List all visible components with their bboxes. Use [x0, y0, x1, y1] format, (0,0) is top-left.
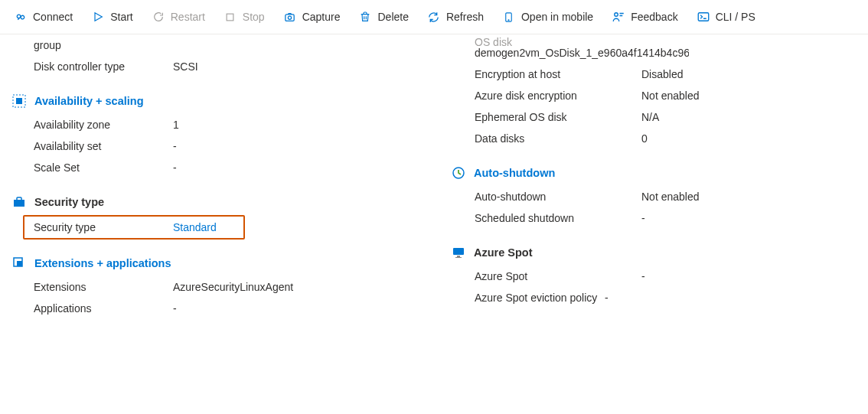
open-in-mobile-button[interactable]: Open in mobile — [494, 7, 601, 27]
scale-set-value: - — [173, 161, 177, 174]
auto-shutdown-section: Auto-shutdown Auto-shutdown Not enabled … — [475, 166, 857, 229]
clock-icon — [452, 166, 465, 180]
availability-zone-label: Availability zone — [34, 119, 173, 131]
scheduled-shutdown-row: Scheduled shutdown - — [475, 207, 857, 229]
security-section: Security type Security type Standard — [34, 195, 475, 240]
restart-label: Restart — [171, 11, 205, 23]
feedback-button[interactable]: Feedback — [604, 7, 685, 27]
security-type-label: Security type — [34, 221, 173, 233]
azure-spot-section: Azure Spot Azure Spot - Azure Spot evict… — [475, 246, 857, 308]
start-button[interactable]: Start — [83, 7, 141, 27]
connect-icon — [14, 10, 28, 24]
capture-button[interactable]: Capture — [276, 7, 348, 27]
security-type-value[interactable]: Standard — [173, 221, 217, 233]
ade-value: Not enabled — [641, 90, 700, 102]
availability-heading[interactable]: Availability + scaling — [12, 94, 475, 108]
extensions-label: Extensions — [34, 281, 173, 293]
azure-spot-eviction-label: Azure Spot eviction policy — [475, 292, 605, 304]
svg-rect-13 — [453, 248, 464, 255]
ephemeral-value: N/A — [641, 111, 659, 123]
connect-label: Connect — [33, 11, 73, 23]
command-toolbar: Connect Start Restart Stop — [0, 0, 868, 34]
start-label: Start — [110, 11, 133, 23]
delete-button[interactable]: Delete — [351, 7, 416, 27]
trash-icon — [358, 10, 372, 24]
connect-button[interactable]: Connect — [6, 7, 80, 27]
group-label: group — [34, 39, 173, 51]
availability-set-value: - — [173, 140, 177, 152]
availability-zone-value: 1 — [173, 119, 179, 131]
scheduled-shutdown-label: Scheduled shutdown — [475, 212, 641, 224]
auto-shutdown-row: Auto-shutdown Not enabled — [475, 186, 857, 207]
security-type-row: Security type Standard — [34, 217, 243, 238]
applications-row: Applications - — [34, 298, 475, 319]
availability-icon — [12, 94, 26, 108]
extensions-row: Extensions AzureSecurityLinuxAgent — [34, 276, 475, 298]
svg-rect-9 — [14, 200, 24, 207]
scale-set-label: Scale Set — [34, 161, 173, 174]
security-heading: Security type — [12, 195, 475, 209]
ephemeral-label: Ephemeral OS disk — [475, 111, 641, 123]
os-disk-value: demogen2vm_OsDisk_1_e960a4f1414b4c968103… — [475, 47, 689, 59]
azure-spot-value: - — [641, 270, 645, 282]
properties-content: group Disk controller type SCSI Availabi… — [0, 34, 868, 319]
ephemeral-row: Ephemeral OS disk N/A — [475, 106, 857, 128]
data-disks-row: Data disks 0 — [475, 128, 857, 149]
extensions-heading[interactable]: Extensions + applications — [12, 256, 475, 270]
refresh-button[interactable]: Refresh — [419, 7, 491, 27]
auto-shutdown-label: Auto-shutdown — [475, 191, 641, 203]
cli-ps-button[interactable]: CLI / PS — [689, 7, 763, 27]
auto-shutdown-heading-label: Auto-shutdown — [474, 167, 555, 179]
spot-monitor-icon — [452, 246, 465, 259]
applications-value: - — [173, 302, 177, 315]
applications-label: Applications — [34, 302, 173, 315]
disk-controller-label: Disk controller type — [34, 60, 173, 73]
ade-row: Azure disk encryption Not enabled — [475, 85, 857, 106]
azure-spot-eviction-value: - — [605, 292, 609, 304]
right-column: OS disk demogen2vm_OsDisk_1_e960a4f1414b… — [475, 37, 857, 319]
svg-rect-1 — [286, 14, 294, 20]
os-disk-value-row: demogen2vm_OsDisk_1_e960a4f1414b4c968103… — [475, 47, 857, 64]
availability-set-label: Availability set — [34, 140, 173, 152]
extensions-icon — [12, 256, 26, 270]
stop-button[interactable]: Stop — [216, 7, 272, 27]
restart-button[interactable]: Restart — [144, 7, 213, 27]
restart-icon — [152, 10, 165, 24]
azure-spot-heading: Azure Spot — [452, 246, 857, 259]
data-disks-label: Data disks — [475, 132, 641, 145]
mobile-icon — [502, 10, 516, 24]
availability-section: Availability + scaling Availability zone… — [34, 94, 475, 178]
svg-point-2 — [289, 16, 292, 19]
refresh-icon — [427, 10, 441, 24]
group-row: group — [34, 37, 475, 56]
left-column: group Disk controller type SCSI Availabi… — [0, 37, 475, 319]
svg-rect-6 — [698, 13, 709, 21]
scale-set-row: Scale Set - — [34, 157, 475, 178]
ade-label: Azure disk encryption — [475, 90, 641, 102]
delete-label: Delete — [377, 11, 408, 23]
stop-label: Stop — [243, 11, 265, 23]
azure-spot-heading-label: Azure Spot — [474, 246, 533, 259]
azure-spot-label: Azure Spot — [475, 270, 641, 282]
svg-point-5 — [615, 13, 618, 17]
extensions-heading-label: Extensions + applications — [34, 257, 171, 269]
availability-set-row: Availability set - — [34, 135, 475, 157]
stop-icon — [224, 10, 237, 24]
security-briefcase-icon — [12, 195, 26, 209]
play-icon — [91, 10, 105, 24]
data-disks-value: 0 — [641, 132, 648, 145]
encryption-host-label: Encryption at host — [475, 68, 641, 80]
security-type-highlight: Security type Standard — [23, 215, 245, 240]
capture-label: Capture — [302, 11, 341, 23]
azure-spot-row: Azure Spot - — [475, 266, 857, 287]
azure-spot-eviction-row: Azure Spot eviction policy - — [475, 287, 857, 308]
scheduled-shutdown-value: - — [641, 212, 645, 224]
svg-rect-0 — [227, 14, 233, 21]
svg-rect-14 — [457, 256, 460, 257]
svg-point-4 — [508, 19, 509, 20]
disk-controller-value: SCSI — [173, 60, 198, 73]
extensions-value: AzureSecurityLinuxAgent — [173, 281, 293, 293]
auto-shutdown-heading[interactable]: Auto-shutdown — [452, 166, 857, 180]
encryption-host-row: Encryption at host Disabled — [475, 64, 857, 85]
open-in-mobile-label: Open in mobile — [521, 11, 593, 23]
